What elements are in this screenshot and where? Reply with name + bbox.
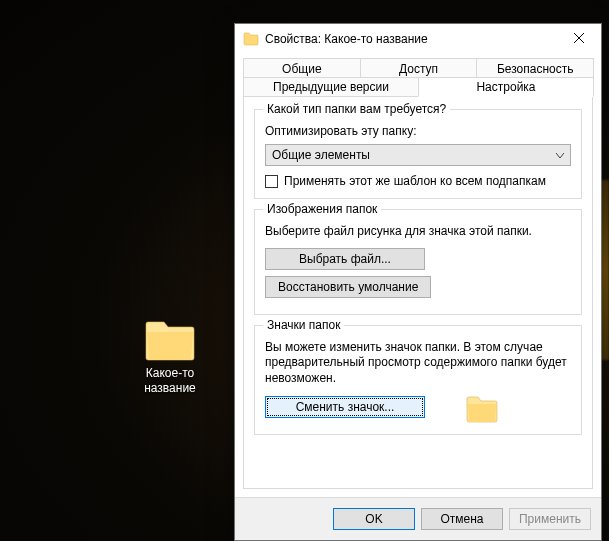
folder-images-desc: Выберите файл рисунка для значка этой па… [265,224,571,240]
group-folder-icons: Значки папок Вы можете изменить значок п… [254,325,582,436]
cancel-button[interactable]: Отмена [421,508,503,530]
checkbox-icon [265,175,278,188]
folder-icon [243,31,259,47]
dialog-footer: OK Отмена Применить [235,497,601,540]
change-icon-button[interactable]: Сменить значок... [265,396,425,418]
desktop-folder-label: Какое-то название [130,366,210,396]
apply-subfolders-label: Применять этот же шаблон ко всем подпапк… [284,174,546,188]
properties-dialog: Свойства: Какое-то название Общие Доступ… [234,23,602,541]
apply-subfolders-checkbox[interactable]: Применять этот же шаблон ко всем подпапк… [265,174,571,188]
close-icon [574,32,584,46]
apply-button[interactable]: Применить [509,508,591,530]
desktop-folder[interactable]: Какое-то название [130,320,210,396]
optimize-select-value: Общие элементы [272,148,370,162]
titlebar: Свойства: Какое-то название [235,24,601,54]
group-folder-icons-legend: Значки папок [263,318,344,332]
close-button[interactable] [556,24,601,54]
folder-preview-icon [465,394,499,424]
restore-default-button[interactable]: Восстановить умолчание [265,276,431,298]
optimize-select[interactable]: Общие элементы [265,144,571,166]
group-folder-type-legend: Какой тип папки вам требуется? [263,102,450,116]
chevron-down-icon [556,148,564,162]
choose-file-button[interactable]: Выбрать файл... [265,248,425,270]
folder-icon [144,320,196,360]
optimize-label: Оптимизировать эту папку: [265,124,571,138]
tab-customize[interactable]: Настройка [418,77,594,97]
tab-previous-versions[interactable]: Предыдущие версии [243,77,419,97]
dialog-title: Свойства: Какое-то название [265,32,556,46]
tab-sharing[interactable]: Доступ [360,58,478,78]
ok-button[interactable]: OK [333,508,415,530]
dialog-body: Какой тип папки вам требуется? Оптимизир… [243,96,593,489]
tabs: Общие Доступ Безопасность Предыдущие вер… [235,54,601,97]
group-folder-images: Изображения папок Выберите файл рисунка … [254,209,582,315]
folder-icons-desc: Вы можете изменить значок папки. В этом … [265,340,571,387]
group-folder-type: Какой тип папки вам требуется? Оптимизир… [254,109,582,199]
tab-general[interactable]: Общие [243,58,361,78]
desktop: Какое-то название Свойства: Какое-то наз… [0,0,609,541]
tab-security[interactable]: Безопасность [476,58,594,78]
group-folder-images-legend: Изображения папок [263,202,381,216]
